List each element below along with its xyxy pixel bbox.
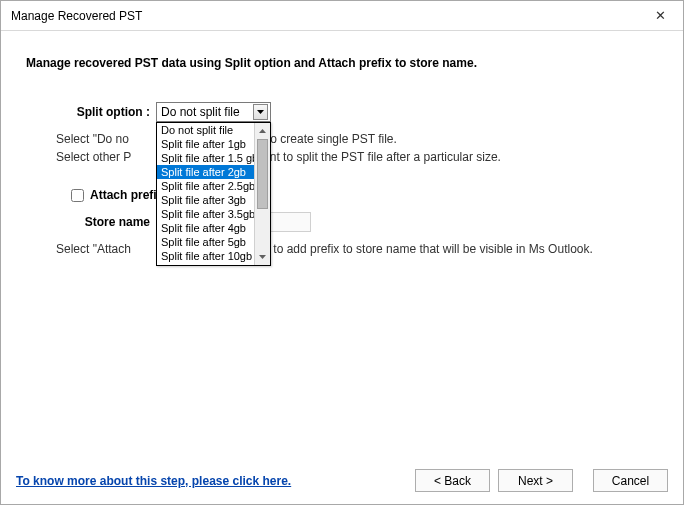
split-help-1: Select "Do noant to create single PST fi… (56, 130, 658, 166)
window-title: Manage Recovered PST (11, 9, 142, 23)
footer: To know more about this step, please cli… (1, 457, 683, 504)
scroll-thumb[interactable] (257, 139, 268, 209)
footer-buttons: < Back Next > Cancel (415, 469, 668, 492)
split-select-display[interactable]: Do not split file (156, 102, 271, 122)
content-area: Manage recovered PST data using Split op… (1, 31, 683, 258)
titlebar: Manage Recovered PST ✕ (1, 1, 683, 31)
store-row: Store name (26, 212, 658, 232)
scroll-up-icon[interactable] (255, 123, 270, 139)
scrollbar[interactable] (254, 123, 270, 265)
split-label: Split option : (26, 105, 156, 119)
next-button[interactable]: Next > (498, 469, 573, 492)
cancel-button[interactable]: Cancel (593, 469, 668, 492)
prefix-help: Select "Attachption to add prefix to sto… (56, 240, 658, 258)
split-selected-value: Do not split file (161, 105, 240, 119)
dropdown-inner: Do not split fileSplit file after 1gbSpl… (157, 123, 270, 265)
scroll-down-icon[interactable] (255, 249, 270, 265)
svg-marker-0 (257, 110, 264, 114)
svg-marker-1 (259, 129, 266, 133)
svg-marker-2 (259, 255, 266, 259)
attach-prefix-checkbox[interactable] (71, 189, 84, 202)
split-select[interactable]: Do not split file Do not split fileSplit… (156, 102, 271, 122)
help-link[interactable]: To know more about this step, please cli… (16, 474, 291, 488)
split-row: Split option : Do not split file Do not … (26, 102, 658, 122)
store-name-label: Store name (26, 215, 156, 229)
back-button[interactable]: < Back (415, 469, 490, 492)
chevron-down-icon (253, 104, 268, 120)
split-dropdown[interactable]: Do not split fileSplit file after 1gbSpl… (156, 122, 271, 266)
close-button[interactable]: ✕ (638, 1, 683, 30)
close-icon: ✕ (655, 8, 666, 23)
page-heading: Manage recovered PST data using Split op… (26, 56, 658, 70)
